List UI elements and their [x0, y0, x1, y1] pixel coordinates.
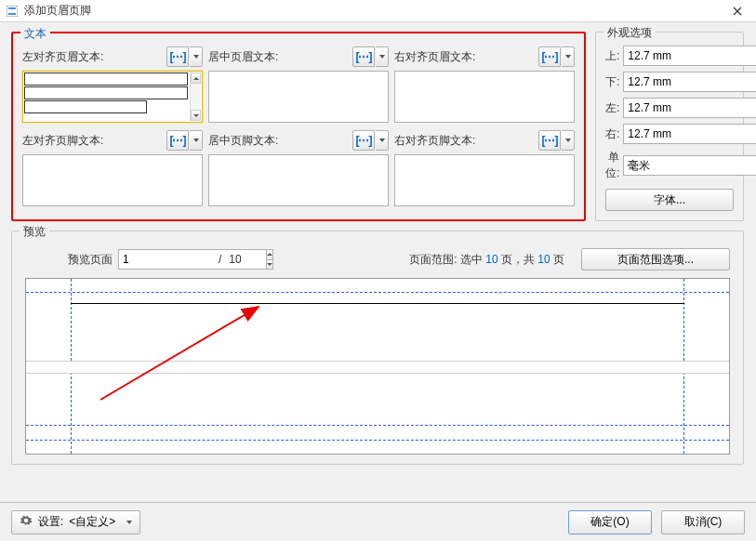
- preview-page-label: 预览页面: [68, 252, 113, 268]
- margin-bottom-spinner[interactable]: [623, 72, 756, 92]
- footer-left-textarea[interactable]: [22, 154, 203, 206]
- footer-right-label: 右对齐页脚文本:: [394, 133, 475, 149]
- gear-icon: [20, 514, 33, 530]
- cancel-button[interactable]: 取消(C): [661, 510, 745, 534]
- header-center-textarea[interactable]: [208, 71, 389, 123]
- footer-left-label: 左对齐页脚文本:: [22, 133, 103, 149]
- svg-rect-0: [7, 6, 18, 17]
- footer-center-textarea[interactable]: [208, 154, 389, 206]
- unit-input[interactable]: [623, 155, 756, 176]
- text-group-title: 文本: [20, 26, 50, 42]
- app-icon: [6, 5, 19, 18]
- margin-right-spinner[interactable]: [623, 124, 756, 144]
- appearance-group: 外观选项 上: 下: 左:: [595, 32, 744, 221]
- page-range-options-button[interactable]: 页面范围选项...: [581, 248, 730, 270]
- margin-right-input[interactable]: [623, 124, 756, 144]
- unit-combo[interactable]: [623, 155, 756, 176]
- margin-bottom-label: 下:: [605, 74, 619, 90]
- header-left-textarea[interactable]: [22, 71, 203, 123]
- margin-top-spinner[interactable]: [623, 46, 756, 66]
- settings-label: 设置:: [38, 514, 63, 530]
- margin-left-spinner[interactable]: [623, 98, 756, 118]
- svg-rect-2: [8, 13, 16, 15]
- svg-rect-1: [8, 7, 16, 9]
- margin-right-label: 右:: [605, 126, 619, 142]
- margin-left-input[interactable]: [623, 98, 756, 118]
- settings-value: <自定义>: [69, 514, 115, 530]
- scrollbar[interactable]: [190, 73, 201, 121]
- ok-button[interactable]: 确定(O): [568, 510, 652, 534]
- unit-label: 单位:: [605, 150, 619, 181]
- slash: /: [219, 253, 221, 266]
- svg-line-3: [100, 307, 259, 400]
- preview-canvas: [25, 278, 730, 455]
- preview-title: 预览: [20, 224, 49, 240]
- margin-top-input[interactable]: [623, 46, 756, 66]
- header-center-macro[interactable]: [⋯]: [352, 46, 389, 67]
- preview-page-input[interactable]: [118, 249, 266, 270]
- annotation-arrow: [91, 297, 277, 409]
- margin-left-label: 左:: [605, 100, 619, 116]
- chevron-down-icon: [126, 521, 132, 524]
- footer-right-textarea[interactable]: [394, 154, 575, 206]
- footer-center-label: 居中页脚文本:: [208, 133, 278, 149]
- page-range-text: 页面范围: 选中 10 页，共 10 页: [409, 252, 564, 268]
- preview-group: 预览 预览页面 / 10 页面范围: 选中 10 页，共 10 页 页面范围选项…: [11, 231, 744, 465]
- preview-page-spinner[interactable]: [118, 249, 211, 270]
- titlebar: 添加页眉页脚: [0, 0, 756, 22]
- bottom-bar: 设置: <自定义> 确定(O) 取消(C): [0, 502, 756, 541]
- footer-right-macro[interactable]: [⋯]: [538, 130, 575, 151]
- macro-icon: [⋯]: [170, 50, 186, 63]
- text-group: 文本 左对齐页眉文本: [⋯]: [11, 32, 586, 221]
- appearance-title: 外观选项: [603, 25, 656, 41]
- header-right-macro[interactable]: [⋯]: [538, 46, 575, 67]
- header-center-label: 居中页眉文本:: [208, 49, 278, 65]
- header-left-label: 左对齐页眉文本:: [22, 49, 103, 65]
- total-pages: 10: [229, 253, 241, 266]
- settings-button[interactable]: 设置: <自定义>: [11, 510, 140, 534]
- chevron-down-icon: [193, 55, 199, 59]
- window-title: 添加页眉页脚: [24, 3, 719, 19]
- font-button[interactable]: 字体...: [605, 189, 734, 211]
- header-right-textarea[interactable]: [394, 71, 575, 123]
- footer-center-macro[interactable]: [⋯]: [352, 130, 389, 151]
- header-left-macro[interactable]: [⋯]: [166, 46, 203, 67]
- margin-top-label: 上:: [605, 48, 619, 64]
- margin-bottom-input[interactable]: [623, 72, 756, 92]
- footer-left-macro[interactable]: [⋯]: [166, 130, 203, 151]
- header-right-label: 右对齐页眉文本:: [394, 49, 475, 65]
- close-button[interactable]: [719, 0, 756, 22]
